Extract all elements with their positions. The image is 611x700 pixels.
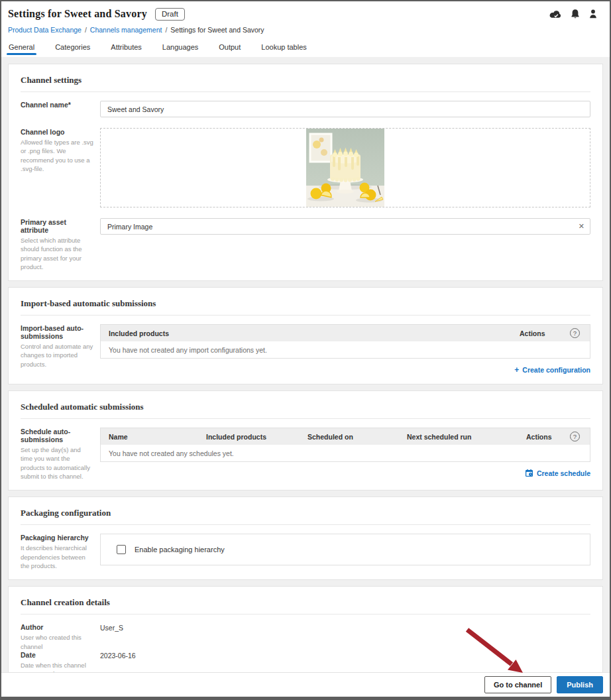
- channel-name-input[interactable]: [100, 101, 590, 117]
- section-title: Scheduled automatic submissions: [21, 402, 590, 412]
- create-configuration-link[interactable]: Create configuration: [522, 366, 590, 374]
- channel-logo-label: Channel logo: [21, 128, 93, 136]
- channel-name-row: Channel name*: [21, 101, 590, 117]
- create-schedule-link[interactable]: Create schedule: [537, 469, 590, 477]
- section-title: Channel settings: [21, 75, 590, 86]
- enable-packaging-hierarchy-label: Enable packaging hierarchy: [135, 546, 225, 554]
- scheduled-submissions-section: Scheduled automatic submissions Schedule…: [8, 390, 603, 491]
- schedule-submissions-helper: Set up the day(s) and time you want the …: [21, 445, 93, 481]
- column-header-actions: Actions: [526, 433, 570, 441]
- tab-attributes[interactable]: Attributes: [110, 40, 142, 57]
- add-icon: +: [514, 365, 519, 375]
- schedules-table: Name Included products Scheduled on Next…: [100, 428, 590, 462]
- calendar-icon: [525, 469, 533, 477]
- page-title: Settings for Sweet and Savory: [8, 8, 147, 20]
- author-helper: User who created this channel: [21, 633, 93, 651]
- app-window: Settings for Sweet and Savory Draft Prod…: [0, 0, 611, 700]
- section-title: Packaging configuration: [21, 508, 590, 518]
- notifications-icon[interactable]: [571, 9, 580, 19]
- column-header-included-products: Included products: [109, 329, 520, 337]
- breadcrumb-separator: /: [85, 26, 87, 34]
- column-header-scheduled-on: Scheduled on: [307, 433, 407, 441]
- empty-state-message: You have not created any schedules yet.: [101, 445, 590, 461]
- enable-packaging-hierarchy-checkbox[interactable]: [117, 545, 126, 554]
- help-icon[interactable]: ?: [570, 328, 580, 338]
- breadcrumb: Product Data Exchange / Channels managem…: [8, 26, 602, 34]
- cloud-sync-icon[interactable]: [549, 9, 562, 19]
- import-configurations-table: Included products Actions ? You have not…: [100, 324, 590, 359]
- account-icon[interactable]: [588, 9, 598, 19]
- divider: [21, 315, 590, 316]
- column-header-included-products: Included products: [206, 433, 307, 441]
- packaging-configuration-section: Packaging configuration Packaging hierar…: [8, 496, 603, 580]
- packaging-hierarchy-label: Packaging hierarchy: [21, 534, 93, 542]
- column-header-next-scheduled-run: Next scheduled run: [407, 433, 526, 441]
- packaging-hierarchy-helper: It describes hierarchical dependencies b…: [21, 544, 93, 570]
- tab-languages[interactable]: Languages: [162, 40, 199, 57]
- empty-state-message: You have not created any import configur…: [101, 341, 590, 358]
- divider: [21, 91, 590, 92]
- primary-asset-label: Primary asset attribute: [21, 218, 93, 234]
- channel-name-label: Channel name*: [21, 101, 93, 109]
- breadcrumb-link-product-data-exchange[interactable]: Product Data Exchange: [8, 26, 82, 34]
- tab-general[interactable]: General: [8, 40, 35, 57]
- column-header-actions: Actions: [520, 329, 570, 337]
- clear-icon[interactable]: ✕: [579, 221, 584, 231]
- table-header-row: Included products Actions ?: [101, 325, 590, 341]
- divider: [21, 614, 590, 614]
- author-row: Author User who created this channel Use…: [21, 623, 590, 651]
- author-value: User_S: [100, 623, 123, 651]
- import-submissions-helper: Control and automate any changes to impo…: [21, 342, 93, 369]
- status-badge: Draft: [155, 8, 185, 21]
- footer-action-bar: Go to channel Publish: [1, 672, 610, 697]
- channel-logo-image: [306, 129, 384, 207]
- page-header: Settings for Sweet and Savory Draft Prod…: [1, 1, 610, 57]
- go-to-channel-button[interactable]: Go to channel: [484, 676, 551, 693]
- import-submissions-label: Import-based auto-submissions: [21, 324, 93, 340]
- title-row: Settings for Sweet and Savory Draft: [8, 5, 602, 23]
- section-title: Import-based automatic submissions: [21, 298, 590, 309]
- import-submissions-section: Import-based automatic submissions Impor…: [8, 287, 603, 384]
- logo-upload-dropzone[interactable]: [100, 128, 590, 207]
- author-label: Author: [21, 623, 93, 631]
- publish-button[interactable]: Publish: [557, 676, 603, 693]
- packaging-hierarchy-panel: Enable packaging hierarchy: [100, 534, 590, 565]
- channel-logo-row: Channel logo Allowed file types are .svg…: [21, 128, 590, 207]
- breadcrumb-link-channels-management[interactable]: Channels management: [90, 26, 162, 34]
- help-icon[interactable]: ?: [570, 432, 580, 441]
- main-content: Channel settings Channel name* Channel l…: [1, 57, 610, 700]
- section-title: Channel creation details: [21, 597, 590, 608]
- primary-asset-helper: Select which attribute should function a…: [21, 236, 93, 271]
- tab-output[interactable]: Output: [218, 40, 241, 57]
- breadcrumb-current: Settings for Sweet and Savory: [170, 26, 264, 34]
- divider: [21, 524, 590, 525]
- primary-asset-field: ✕: [100, 218, 590, 235]
- tab-categories[interactable]: Categories: [54, 40, 91, 57]
- primary-asset-input[interactable]: [100, 218, 590, 235]
- tab-lookup-tables[interactable]: Lookup tables: [260, 40, 307, 57]
- schedule-submissions-label: Schedule auto-submissions: [21, 428, 93, 443]
- table-header-row: Name Included products Scheduled on Next…: [101, 428, 590, 445]
- tab-bar: General Categories Attributes Languages …: [8, 40, 602, 57]
- channel-logo-helper: Allowed file types are .svg or .png file…: [21, 138, 93, 173]
- label-col: Channel name*: [21, 101, 100, 117]
- column-header-name: Name: [109, 433, 206, 441]
- date-label: Date: [21, 651, 93, 659]
- divider: [21, 418, 590, 419]
- channel-settings-section: Channel settings Channel name* Channel l…: [8, 64, 603, 281]
- primary-asset-row: Primary asset attribute Select which att…: [21, 218, 590, 271]
- breadcrumb-separator: /: [165, 26, 167, 34]
- header-icons: [549, 9, 602, 19]
